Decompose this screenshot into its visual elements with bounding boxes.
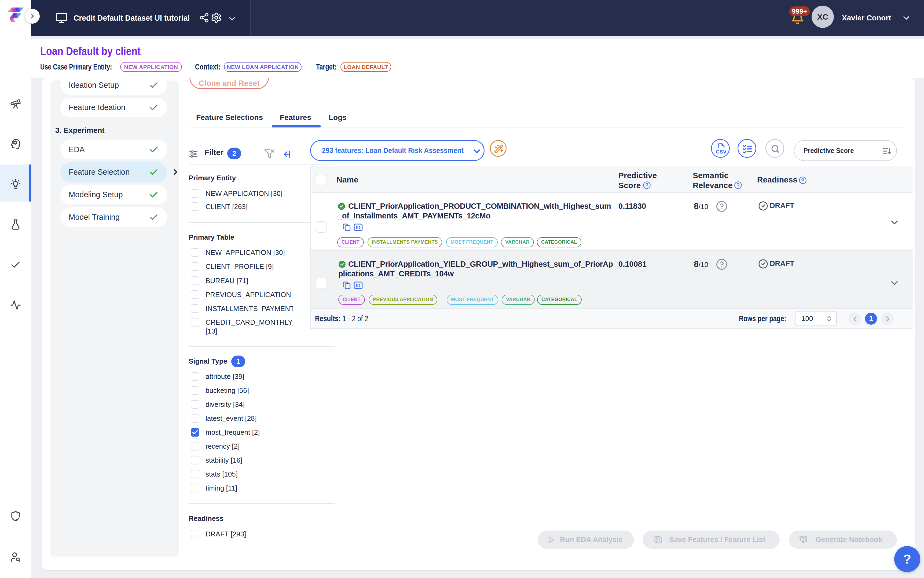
svg-text:ID: ID — [356, 225, 361, 230]
svg-text:ID: ID — [356, 283, 361, 288]
